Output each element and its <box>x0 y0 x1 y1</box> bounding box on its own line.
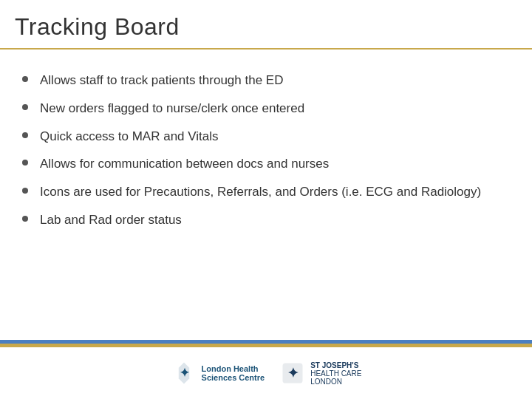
bullet-text: Lab and Rad order status <box>40 211 510 229</box>
bullet-list: Allows staff to track patients through t… <box>22 72 510 229</box>
svg-text:✦: ✦ <box>287 366 299 381</box>
svg-text:✦: ✦ <box>179 366 189 379</box>
sj-icon: ✦ <box>279 360 306 386</box>
logo-lhsc: ✦ London Health Sciences Centre <box>171 360 265 386</box>
lhsc-text: London Health Sciences Centre <box>202 364 265 382</box>
list-item: Allows for communication between docs an… <box>22 155 510 173</box>
bullet-text: Allows for communication between docs an… <box>40 155 510 173</box>
bullet-text: Quick access to MAR and Vitals <box>40 128 510 146</box>
list-item: Icons are used for Precautions, Referral… <box>22 183 510 201</box>
list-item: Quick access to MAR and Vitals <box>22 128 510 146</box>
header-section: Tracking Board <box>0 0 532 48</box>
page-title: Tracking Board <box>15 13 517 41</box>
bullet-text: Allows staff to track patients through t… <box>40 72 510 89</box>
logo-sj: ✦ ST JOSEPH'S HEALTH CARE LONDON <box>279 360 361 386</box>
footer-section: ✦ London Health Sciences Centre ✦ ST JOS… <box>0 347 532 399</box>
list-item: Allows staff to track patients through t… <box>22 72 510 89</box>
bullet-dot <box>22 76 28 82</box>
lhsc-icon: ✦ <box>171 360 197 386</box>
list-item: New orders flagged to nurse/clerk once e… <box>22 100 510 117</box>
page-container: Tracking Board Allows staff to track pat… <box>0 0 532 399</box>
bullet-dot <box>22 216 28 222</box>
bullet-text: New orders flagged to nurse/clerk once e… <box>40 100 510 117</box>
lhsc-line1: London Health <box>202 364 265 373</box>
content-section: Allows staff to track patients through t… <box>0 50 532 340</box>
sj-line1: ST JOSEPH'S <box>310 361 361 369</box>
bullet-dot <box>22 188 28 194</box>
list-item: Lab and Rad order status <box>22 211 510 229</box>
bullet-dot <box>22 132 28 138</box>
bullet-dot <box>22 104 28 110</box>
bullet-dot <box>22 160 28 166</box>
sj-line3: LONDON <box>310 378 361 386</box>
sj-line2: HEALTH CARE <box>310 369 361 378</box>
sj-text: ST JOSEPH'S HEALTH CARE LONDON <box>310 361 361 386</box>
lhsc-line2: Sciences Centre <box>202 373 265 382</box>
bullet-text: Icons are used for Precautions, Referral… <box>40 183 510 201</box>
